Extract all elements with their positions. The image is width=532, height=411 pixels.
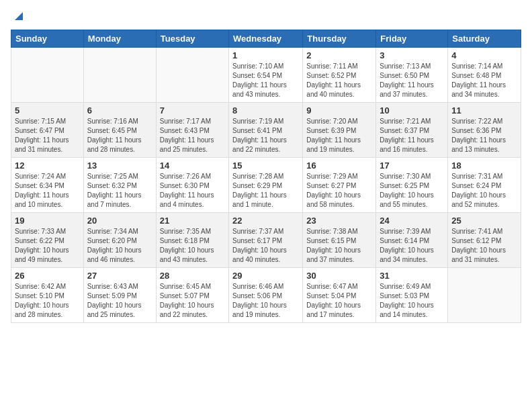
calendar-week-2: 5Sunrise: 7:15 AM Sunset: 6:47 PM Daylig… — [11, 103, 521, 158]
weekday-header-saturday: Saturday — [448, 30, 521, 48]
day-number: 10 — [380, 105, 444, 116]
day-info: Sunrise: 6:42 AM Sunset: 5:10 PM Dayligh… — [15, 282, 80, 320]
day-number: 26 — [15, 271, 80, 281]
day-info: Sunrise: 7:24 AM Sunset: 6:34 PM Dayligh… — [15, 172, 80, 210]
day-number: 1 — [232, 50, 299, 60]
weekday-header-monday: Monday — [83, 30, 156, 48]
weekday-header-thursday: Thursday — [303, 30, 376, 48]
day-number: 16 — [306, 161, 372, 171]
day-number: 28 — [160, 271, 225, 281]
weekday-header-wednesday: Wednesday — [229, 30, 303, 48]
calendar-cell: 10Sunrise: 7:21 AM Sunset: 6:37 PM Dayli… — [376, 103, 448, 158]
day-info: Sunrise: 6:45 AM Sunset: 5:07 PM Dayligh… — [160, 282, 225, 320]
day-info: Sunrise: 7:10 AM Sunset: 6:54 PM Dayligh… — [232, 62, 299, 99]
day-info: Sunrise: 7:30 AM Sunset: 6:25 PM Dayligh… — [380, 172, 444, 210]
calendar-cell: 19Sunrise: 7:33 AM Sunset: 6:22 PM Dayli… — [11, 213, 84, 268]
day-number: 9 — [306, 105, 372, 116]
day-info: Sunrise: 7:17 AM Sunset: 6:43 PM Dayligh… — [160, 117, 225, 154]
day-number: 14 — [160, 161, 225, 171]
day-number: 21 — [160, 216, 225, 226]
day-number: 19 — [15, 216, 80, 226]
day-number: 20 — [87, 216, 152, 226]
calendar-cell — [448, 268, 521, 323]
calendar-cell: 25Sunrise: 7:41 AM Sunset: 6:12 PM Dayli… — [448, 213, 521, 268]
day-info: Sunrise: 7:41 AM Sunset: 6:12 PM Dayligh… — [451, 227, 517, 265]
calendar-cell: 13Sunrise: 7:25 AM Sunset: 6:32 PM Dayli… — [83, 158, 156, 213]
calendar-cell: 6Sunrise: 7:16 AM Sunset: 6:45 PM Daylig… — [83, 103, 156, 158]
calendar-cell — [156, 48, 228, 103]
day-info: Sunrise: 7:20 AM Sunset: 6:39 PM Dayligh… — [306, 117, 372, 154]
calendar-cell: 3Sunrise: 7:13 AM Sunset: 6:50 PM Daylig… — [376, 48, 448, 103]
day-number: 13 — [87, 161, 152, 171]
day-number: 11 — [451, 105, 517, 116]
day-info: Sunrise: 7:16 AM Sunset: 6:45 PM Dayligh… — [87, 117, 152, 154]
calendar-week-5: 26Sunrise: 6:42 AM Sunset: 5:10 PM Dayli… — [11, 268, 521, 323]
calendar: SundayMondayTuesdayWednesdayThursdayFrid… — [11, 30, 521, 323]
day-number: 18 — [451, 161, 517, 171]
day-info: Sunrise: 7:38 AM Sunset: 6:15 PM Dayligh… — [306, 227, 372, 265]
day-info: Sunrise: 7:25 AM Sunset: 6:32 PM Dayligh… — [87, 172, 152, 210]
calendar-cell: 1Sunrise: 7:10 AM Sunset: 6:54 PM Daylig… — [229, 48, 303, 103]
day-number: 27 — [87, 271, 152, 281]
day-info: Sunrise: 7:28 AM Sunset: 6:29 PM Dayligh… — [232, 172, 299, 210]
day-info: Sunrise: 7:11 AM Sunset: 6:52 PM Dayligh… — [306, 62, 372, 99]
calendar-cell: 31Sunrise: 6:49 AM Sunset: 5:03 PM Dayli… — [376, 268, 448, 323]
day-number: 8 — [232, 105, 299, 116]
day-info: Sunrise: 7:13 AM Sunset: 6:50 PM Dayligh… — [380, 62, 444, 99]
calendar-cell: 18Sunrise: 7:31 AM Sunset: 6:24 PM Dayli… — [448, 158, 521, 213]
day-info: Sunrise: 7:22 AM Sunset: 6:36 PM Dayligh… — [451, 117, 517, 154]
day-number: 7 — [160, 105, 225, 116]
day-number: 2 — [306, 50, 372, 60]
calendar-cell: 28Sunrise: 6:45 AM Sunset: 5:07 PM Dayli… — [156, 268, 228, 323]
day-number: 30 — [306, 271, 372, 281]
day-info: Sunrise: 7:34 AM Sunset: 6:20 PM Dayligh… — [87, 227, 152, 265]
calendar-cell: 27Sunrise: 6:43 AM Sunset: 5:09 PM Dayli… — [83, 268, 156, 323]
day-number: 24 — [380, 216, 444, 226]
calendar-week-3: 12Sunrise: 7:24 AM Sunset: 6:34 PM Dayli… — [11, 158, 521, 213]
calendar-cell: 24Sunrise: 7:39 AM Sunset: 6:14 PM Dayli… — [376, 213, 448, 268]
day-info: Sunrise: 7:31 AM Sunset: 6:24 PM Dayligh… — [451, 172, 517, 210]
calendar-cell: 26Sunrise: 6:42 AM Sunset: 5:10 PM Dayli… — [11, 268, 84, 323]
calendar-cell: 14Sunrise: 7:26 AM Sunset: 6:30 PM Dayli… — [156, 158, 228, 213]
day-info: Sunrise: 6:43 AM Sunset: 5:09 PM Dayligh… — [87, 282, 152, 320]
calendar-cell: 11Sunrise: 7:22 AM Sunset: 6:36 PM Dayli… — [448, 103, 521, 158]
calendar-cell: 8Sunrise: 7:19 AM Sunset: 6:41 PM Daylig… — [229, 103, 303, 158]
day-info: Sunrise: 7:33 AM Sunset: 6:22 PM Dayligh… — [15, 227, 80, 265]
calendar-cell: 20Sunrise: 7:34 AM Sunset: 6:20 PM Dayli… — [83, 213, 156, 268]
calendar-cell: 5Sunrise: 7:15 AM Sunset: 6:47 PM Daylig… — [11, 103, 84, 158]
day-number: 29 — [232, 271, 299, 281]
day-info: Sunrise: 7:26 AM Sunset: 6:30 PM Dayligh… — [160, 172, 225, 210]
day-info: Sunrise: 7:29 AM Sunset: 6:27 PM Dayligh… — [306, 172, 372, 210]
calendar-cell: 29Sunrise: 6:46 AM Sunset: 5:06 PM Dayli… — [229, 268, 303, 323]
calendar-cell: 21Sunrise: 7:35 AM Sunset: 6:18 PM Dayli… — [156, 213, 228, 268]
logo-icon — [12, 11, 23, 21]
day-number: 23 — [306, 216, 372, 226]
calendar-cell: 17Sunrise: 7:30 AM Sunset: 6:25 PM Dayli… — [376, 158, 448, 213]
day-number: 6 — [87, 105, 152, 116]
day-number: 4 — [451, 50, 517, 60]
day-number: 22 — [232, 216, 299, 226]
day-info: Sunrise: 7:15 AM Sunset: 6:47 PM Dayligh… — [15, 117, 80, 154]
calendar-cell: 12Sunrise: 7:24 AM Sunset: 6:34 PM Dayli… — [11, 158, 84, 213]
day-info: Sunrise: 7:21 AM Sunset: 6:37 PM Dayligh… — [380, 117, 444, 154]
day-info: Sunrise: 7:35 AM Sunset: 6:18 PM Dayligh… — [160, 227, 225, 265]
day-info: Sunrise: 7:19 AM Sunset: 6:41 PM Dayligh… — [232, 117, 299, 154]
day-info: Sunrise: 6:49 AM Sunset: 5:03 PM Dayligh… — [380, 282, 444, 320]
calendar-cell — [11, 48, 84, 103]
calendar-cell: 23Sunrise: 7:38 AM Sunset: 6:15 PM Dayli… — [303, 213, 376, 268]
day-info: Sunrise: 6:47 AM Sunset: 5:04 PM Dayligh… — [306, 282, 372, 320]
calendar-cell — [83, 48, 156, 103]
day-number: 31 — [380, 271, 444, 281]
day-number: 5 — [15, 105, 80, 116]
calendar-cell: 9Sunrise: 7:20 AM Sunset: 6:39 PM Daylig… — [303, 103, 376, 158]
header — [11, 11, 521, 24]
day-number: 15 — [232, 161, 299, 171]
calendar-cell: 15Sunrise: 7:28 AM Sunset: 6:29 PM Dayli… — [229, 158, 303, 213]
day-info: Sunrise: 7:14 AM Sunset: 6:48 PM Dayligh… — [451, 62, 517, 99]
weekday-header-friday: Friday — [376, 30, 448, 48]
day-number: 3 — [380, 50, 444, 60]
day-info: Sunrise: 7:39 AM Sunset: 6:14 PM Dayligh… — [380, 227, 444, 265]
logo — [11, 11, 23, 24]
calendar-cell: 30Sunrise: 6:47 AM Sunset: 5:04 PM Dayli… — [303, 268, 376, 323]
weekday-header-tuesday: Tuesday — [156, 30, 228, 48]
